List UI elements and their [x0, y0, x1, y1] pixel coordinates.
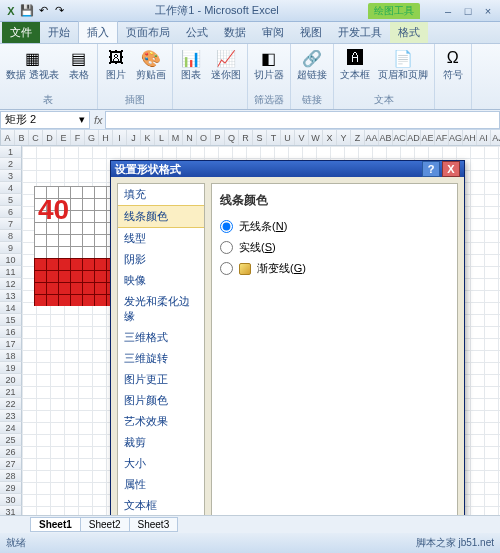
pivottable-button[interactable]: ▦数据 透视表 — [4, 46, 61, 82]
category-item[interactable]: 裁剪 — [118, 432, 204, 453]
col-header[interactable]: O — [197, 130, 211, 145]
row-header[interactable]: 10 — [0, 254, 22, 266]
col-header[interactable]: AB — [379, 130, 393, 145]
headerfooter-button[interactable]: 📄页眉和页脚 — [376, 46, 430, 82]
tab-review[interactable]: 审阅 — [254, 22, 292, 43]
restore-button[interactable]: □ — [460, 5, 476, 17]
tab-home[interactable]: 开始 — [40, 22, 78, 43]
col-header[interactable]: AC — [393, 130, 407, 145]
sheet-tab-2[interactable]: Sheet2 — [80, 517, 130, 532]
row-header[interactable]: 13 — [0, 290, 22, 302]
category-item[interactable]: 大小 — [118, 453, 204, 474]
row-header[interactable]: 22 — [0, 398, 22, 410]
chart-button[interactable]: 📊图表 — [177, 46, 205, 82]
col-header[interactable]: D — [43, 130, 57, 145]
col-header[interactable]: C — [29, 130, 43, 145]
row-header[interactable]: 29 — [0, 482, 22, 494]
row-header[interactable]: 14 — [0, 302, 22, 314]
radio-solid-line[interactable]: 实线(S) — [220, 240, 449, 255]
col-header[interactable]: L — [155, 130, 169, 145]
col-header[interactable]: H — [99, 130, 113, 145]
col-header[interactable]: J — [127, 130, 141, 145]
row-header[interactable]: 8 — [0, 230, 22, 242]
row-header[interactable]: 7 — [0, 218, 22, 230]
row-header[interactable]: 9 — [0, 242, 22, 254]
radio-no-line-input[interactable] — [220, 220, 233, 233]
category-item[interactable]: 线型 — [118, 228, 204, 249]
row-header[interactable]: 11 — [0, 266, 22, 278]
category-item[interactable]: 属性 — [118, 474, 204, 495]
tab-insert[interactable]: 插入 — [78, 21, 118, 43]
row-header[interactable]: 18 — [0, 350, 22, 362]
row-header[interactable]: 20 — [0, 374, 22, 386]
tab-view[interactable]: 视图 — [292, 22, 330, 43]
category-item[interactable]: 线条颜色 — [118, 205, 204, 228]
dialog-close-button[interactable]: X — [442, 161, 460, 177]
row-header[interactable]: 21 — [0, 386, 22, 398]
close-button[interactable]: × — [480, 5, 496, 17]
col-header[interactable]: AG — [449, 130, 463, 145]
category-item[interactable]: 发光和柔化边缘 — [118, 291, 204, 327]
col-header[interactable]: M — [169, 130, 183, 145]
category-item[interactable]: 三维格式 — [118, 327, 204, 348]
row-header[interactable]: 17 — [0, 338, 22, 350]
col-header[interactable]: I — [113, 130, 127, 145]
col-header[interactable]: Z — [351, 130, 365, 145]
category-item[interactable]: 映像 — [118, 270, 204, 291]
redo-icon[interactable]: ↷ — [52, 4, 66, 18]
col-header[interactable]: S — [253, 130, 267, 145]
table-button[interactable]: ▤表格 — [65, 46, 93, 82]
shape-rectangle-2[interactable]: 40 — [34, 186, 118, 306]
dialog-category-list[interactable]: 填充线条颜色线型阴影映像发光和柔化边缘三维格式三维旋转图片更正图片颜色艺术效果裁… — [117, 183, 205, 538]
row-header[interactable]: 5 — [0, 194, 22, 206]
dialog-titlebar[interactable]: 设置形状格式 ? X — [111, 161, 464, 177]
row-header[interactable]: 27 — [0, 458, 22, 470]
tab-formulas[interactable]: 公式 — [178, 22, 216, 43]
chevron-down-icon[interactable]: ▾ — [79, 113, 85, 126]
col-header[interactable]: E — [57, 130, 71, 145]
col-header[interactable]: X — [323, 130, 337, 145]
col-header[interactable]: W — [309, 130, 323, 145]
col-header[interactable]: K — [141, 130, 155, 145]
radio-solid-line-input[interactable] — [220, 241, 233, 254]
save-icon[interactable]: 💾 — [20, 4, 34, 18]
col-header[interactable]: Y — [337, 130, 351, 145]
col-header[interactable]: R — [239, 130, 253, 145]
tab-format[interactable]: 格式 — [390, 22, 428, 43]
col-header[interactable]: AA — [365, 130, 379, 145]
col-header[interactable]: V — [295, 130, 309, 145]
clipart-button[interactable]: 🎨剪贴画 — [134, 46, 168, 82]
row-header[interactable]: 19 — [0, 362, 22, 374]
col-header[interactable]: A — [1, 130, 15, 145]
undo-icon[interactable]: ↶ — [36, 4, 50, 18]
category-item[interactable]: 图片颜色 — [118, 390, 204, 411]
sheet-tab-1[interactable]: Sheet1 — [30, 517, 81, 532]
row-header[interactable]: 15 — [0, 314, 22, 326]
radio-gradient-line[interactable]: 渐变线(G) — [220, 261, 449, 276]
col-header[interactable]: F — [71, 130, 85, 145]
row-header[interactable]: 1 — [0, 146, 22, 158]
col-header[interactable]: AH — [463, 130, 477, 145]
col-header[interactable]: AF — [435, 130, 449, 145]
row-header[interactable]: 28 — [0, 470, 22, 482]
symbol-button[interactable]: Ω符号 — [439, 46, 467, 82]
row-header[interactable]: 2 — [0, 158, 22, 170]
row-header[interactable]: 26 — [0, 446, 22, 458]
dialog-help-button[interactable]: ? — [422, 161, 440, 177]
sparkline-button[interactable]: 📈迷你图 — [209, 46, 243, 82]
col-header[interactable]: T — [267, 130, 281, 145]
category-item[interactable]: 艺术效果 — [118, 411, 204, 432]
textbox-button[interactable]: 🅰文本框 — [338, 46, 372, 82]
sheet-tab-3[interactable]: Sheet3 — [129, 517, 179, 532]
row-header[interactable]: 16 — [0, 326, 22, 338]
radio-no-line[interactable]: 无线条(N) — [220, 219, 449, 234]
row-header[interactable]: 3 — [0, 170, 22, 182]
slicer-button[interactable]: ◧切片器 — [252, 46, 286, 82]
col-header[interactable]: P — [211, 130, 225, 145]
col-header[interactable]: N — [183, 130, 197, 145]
radio-gradient-line-input[interactable] — [220, 262, 233, 275]
row-header[interactable]: 23 — [0, 410, 22, 422]
col-header[interactable]: B — [15, 130, 29, 145]
col-header[interactable]: AD — [407, 130, 421, 145]
formula-input[interactable] — [105, 111, 500, 129]
